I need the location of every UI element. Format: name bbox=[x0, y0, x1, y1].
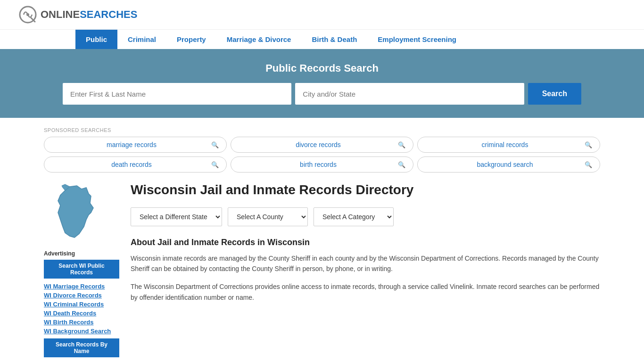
about-paragraph-1: Wisconsin inmate records are managed by … bbox=[131, 253, 600, 274]
about-paragraph-2: The Wisconsin Department of Corrections … bbox=[131, 281, 600, 303]
list-item: WI Background Search bbox=[44, 327, 119, 335]
county-select[interactable]: Select A County bbox=[228, 207, 308, 226]
about-title: About Jail and Inmate Records in Wiscons… bbox=[131, 238, 600, 247]
list-item: WI Marriage Records bbox=[44, 282, 119, 290]
dropdown-row: Select a Different State Select A County… bbox=[131, 207, 600, 226]
list-item: WI Divorce Records bbox=[44, 291, 119, 299]
list-item: WI Birth Records bbox=[44, 318, 119, 326]
main-content: Wisconsin Jail and Inmate Records Direct… bbox=[131, 182, 600, 357]
wisconsin-map bbox=[44, 182, 105, 243]
wi-criminal-link[interactable]: WI Criminal Records bbox=[44, 301, 104, 308]
location-input[interactable] bbox=[295, 83, 524, 105]
sponsored-criminal[interactable]: criminal records 🔍 bbox=[417, 137, 600, 153]
nav-item-property[interactable]: Property bbox=[166, 30, 216, 49]
svg-point-1 bbox=[26, 13, 29, 16]
sponsored-divorce[interactable]: divorce records 🔍 bbox=[231, 137, 413, 153]
nav-item-employment[interactable]: Employment Screening bbox=[367, 30, 467, 49]
sidebar-search-btn[interactable]: Search WI Public Records bbox=[44, 260, 119, 279]
content-area: Advertising Search WI Public Records WI … bbox=[44, 182, 600, 357]
sponsored-section: SPONSORED SEARCHES marriage records 🔍 di… bbox=[44, 127, 600, 173]
banner-title: Public Records Search bbox=[19, 62, 625, 74]
logo-icon bbox=[19, 6, 37, 24]
search-icon-divorce: 🔍 bbox=[398, 141, 405, 148]
logo-text: ONLINESEARCHES bbox=[41, 8, 137, 21]
state-select[interactable]: Select a Different State bbox=[131, 207, 222, 226]
main-wrapper: SPONSORED SEARCHES marriage records 🔍 di… bbox=[25, 118, 619, 362]
nav-item-birth-death[interactable]: Birth & Death bbox=[301, 30, 367, 49]
wi-death-link[interactable]: WI Death Records bbox=[44, 310, 96, 317]
nav-item-public[interactable]: Public bbox=[75, 30, 117, 49]
wi-divorce-link[interactable]: WI Divorce Records bbox=[44, 292, 102, 299]
logo: ONLINESEARCHES bbox=[19, 6, 137, 24]
wi-birth-link[interactable]: WI Birth Records bbox=[44, 319, 93, 326]
sponsored-marriage[interactable]: marriage records 🔍 bbox=[44, 137, 227, 153]
header: ONLINESEARCHES bbox=[0, 0, 644, 29]
page-title: Wisconsin Jail and Inmate Records Direct… bbox=[131, 182, 600, 198]
sponsored-birth[interactable]: birth records 🔍 bbox=[231, 156, 413, 173]
search-icon-marriage: 🔍 bbox=[211, 141, 219, 148]
sidebar: Advertising Search WI Public Records WI … bbox=[44, 182, 119, 357]
sidebar-search-by-name-btn[interactable]: Search Records By Name bbox=[44, 338, 119, 357]
wi-marriage-link[interactable]: WI Marriage Records bbox=[44, 283, 105, 290]
name-input[interactable] bbox=[63, 83, 291, 105]
search-form: Search bbox=[63, 83, 581, 105]
category-select[interactable]: Select A Category bbox=[314, 207, 394, 226]
nav-item-criminal[interactable]: Criminal bbox=[117, 30, 166, 49]
list-item: WI Criminal Records bbox=[44, 300, 119, 308]
sponsored-grid: marriage records 🔍 divorce records 🔍 cri… bbox=[44, 137, 600, 173]
search-icon-death: 🔍 bbox=[211, 161, 219, 168]
sponsored-label: SPONSORED SEARCHES bbox=[44, 127, 600, 133]
search-icon-criminal: 🔍 bbox=[585, 141, 592, 148]
nav-item-marriage-divorce[interactable]: Marriage & Divorce bbox=[216, 30, 302, 49]
svg-marker-3 bbox=[58, 186, 93, 238]
sponsored-death[interactable]: death records 🔍 bbox=[44, 156, 227, 173]
sidebar-links: WI Marriage Records WI Divorce Records W… bbox=[44, 282, 119, 335]
main-nav: Public Criminal Property Marriage & Divo… bbox=[0, 29, 644, 49]
sidebar-ad-label: Advertising bbox=[44, 250, 119, 257]
sponsored-background[interactable]: background search 🔍 bbox=[417, 156, 600, 173]
wi-background-link[interactable]: WI Background Search bbox=[44, 328, 111, 335]
search-button[interactable]: Search bbox=[528, 83, 581, 105]
search-icon-background: 🔍 bbox=[585, 161, 592, 168]
search-banner: Public Records Search Search bbox=[0, 49, 644, 118]
search-icon-birth: 🔍 bbox=[398, 161, 405, 168]
list-item: WI Death Records bbox=[44, 309, 119, 317]
